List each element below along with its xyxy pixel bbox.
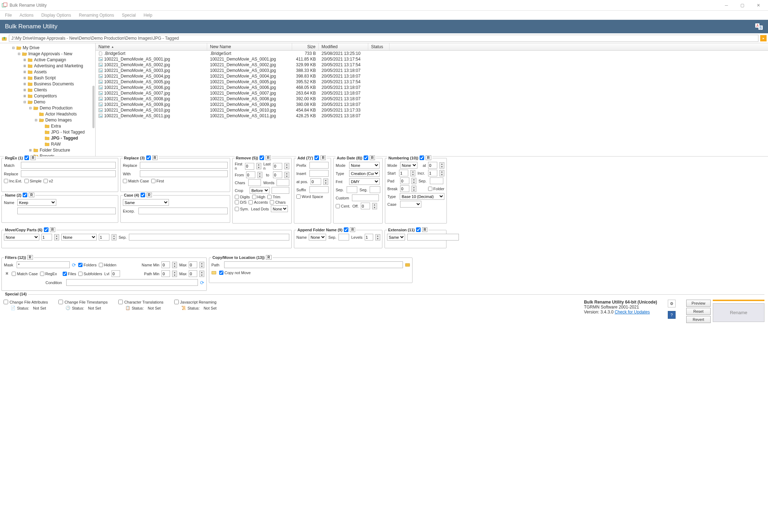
tree-node[interactable]: ⊟Demo Production bbox=[1, 105, 95, 111]
close-button[interactable]: ✕ bbox=[750, 0, 766, 11]
name-select[interactable]: Keep bbox=[17, 199, 56, 206]
tree-expand-icon[interactable]: ⊞ bbox=[28, 148, 33, 152]
numbering-break-input[interactable] bbox=[400, 185, 409, 192]
remove-to-input[interactable] bbox=[273, 171, 282, 178]
autodate-type-select[interactable]: Creation (Curr bbox=[349, 170, 380, 177]
remove-chars2-checkbox[interactable]: Chars bbox=[270, 200, 285, 204]
appendfolder-sep-input[interactable] bbox=[339, 234, 349, 240]
name-enable-checkbox[interactable] bbox=[23, 193, 27, 197]
tree-expand-icon[interactable]: ⊟ bbox=[28, 106, 33, 110]
filters-mask-input[interactable] bbox=[17, 261, 70, 268]
movecopy-num2[interactable] bbox=[99, 234, 109, 240]
folder-tree[interactable]: ⊟My Drive⊟Image Approvals - New⊞Active C… bbox=[0, 43, 96, 156]
file-row[interactable]: .BridgeSort.BridgeSort733 B25/08/2021 13… bbox=[96, 51, 768, 56]
settings-icon-button[interactable]: ⚙ bbox=[668, 300, 676, 307]
autodate-fmt-select[interactable]: DMY bbox=[349, 178, 380, 185]
add-prefix-input[interactable] bbox=[309, 162, 329, 169]
tree-node[interactable]: JPG - Tagged bbox=[1, 135, 95, 141]
case-select[interactable]: Same bbox=[123, 199, 169, 206]
remove-crop-input[interactable] bbox=[272, 187, 289, 194]
tree-expand-icon[interactable]: ⊞ bbox=[23, 88, 27, 92]
tree-expand-icon[interactable]: ⊞ bbox=[23, 58, 27, 62]
regex-v2-checkbox[interactable]: v2 bbox=[44, 179, 53, 183]
remove-leaddots-select[interactable]: None bbox=[271, 205, 288, 212]
add-enable-checkbox[interactable] bbox=[314, 155, 319, 160]
autodate-off-input[interactable] bbox=[361, 203, 370, 209]
case-excep-input[interactable] bbox=[138, 208, 228, 214]
tree-expand-icon[interactable]: ⊞ bbox=[23, 64, 27, 68]
col-newname[interactable]: New Name bbox=[207, 43, 292, 50]
col-status[interactable]: Status bbox=[368, 43, 389, 50]
filters-namemax-input[interactable] bbox=[189, 261, 197, 268]
case-reset-button[interactable]: R bbox=[147, 193, 152, 197]
tree-node[interactable]: ⊟Demo bbox=[1, 99, 95, 105]
tree-node[interactable]: ⊞Assets bbox=[1, 69, 95, 75]
tree-node[interactable]: ⊞Clients bbox=[1, 87, 95, 93]
replace-first-checkbox[interactable]: First bbox=[151, 179, 164, 183]
remove-crop-select[interactable]: Before bbox=[250, 187, 269, 194]
case-enable-checkbox[interactable] bbox=[141, 193, 145, 197]
autodate-seg-input[interactable] bbox=[370, 186, 380, 193]
open-folder-icon[interactable] bbox=[211, 270, 217, 276]
file-row[interactable]: 100221_DemoMovie_AS_0002.jpg100221_DemoM… bbox=[96, 62, 768, 68]
tree-node[interactable]: JPG - Not Tagged bbox=[1, 129, 95, 135]
file-row[interactable]: 100221_DemoMovie_AS_0007.jpg100221_DemoM… bbox=[96, 90, 768, 96]
regex-enable-checkbox[interactable] bbox=[24, 155, 29, 160]
tree-expand-icon[interactable]: ⊞ bbox=[23, 76, 27, 80]
movecopy-select2[interactable]: None bbox=[61, 234, 97, 240]
autodate-reset-button[interactable]: R bbox=[370, 155, 375, 160]
add-insert-input[interactable] bbox=[309, 170, 329, 177]
tree-expand-icon[interactable]: ⊞ bbox=[23, 70, 27, 74]
autodate-sep-input[interactable] bbox=[347, 186, 357, 193]
filters-folders-checkbox[interactable]: Folders bbox=[78, 263, 97, 267]
add-suffix-input[interactable] bbox=[309, 186, 329, 193]
menu-file[interactable]: File bbox=[1, 11, 15, 19]
filters-subfolders-checkbox[interactable]: Subfolders bbox=[78, 272, 102, 276]
menu-special[interactable]: Special bbox=[118, 11, 139, 19]
file-list[interactable]: Name▲ New Name Size Modified Status .Bri… bbox=[96, 43, 768, 156]
appendfolder-levels-input[interactable] bbox=[365, 234, 373, 240]
tree-expand-icon[interactable]: ⊟ bbox=[34, 118, 38, 122]
remove-high-checkbox[interactable]: High bbox=[252, 195, 266, 199]
movecopy-reset-button[interactable]: R bbox=[50, 227, 55, 232]
autodate-mode-select[interactable]: None bbox=[349, 162, 380, 169]
movecopy-enable-checkbox[interactable] bbox=[44, 227, 49, 232]
tree-node[interactable]: ⊞Bash Script bbox=[1, 75, 95, 81]
numbering-type-select[interactable]: Base 10 (Decimal) bbox=[400, 193, 444, 200]
autodate-enable-checkbox[interactable] bbox=[364, 155, 368, 160]
numbering-sep-input[interactable] bbox=[430, 177, 443, 184]
maximize-button[interactable]: ▢ bbox=[734, 0, 750, 11]
autodate-cent-checkbox[interactable]: Cent. bbox=[336, 204, 350, 208]
remove-accents-checkbox[interactable]: Accents bbox=[249, 200, 268, 204]
remove-words-input[interactable] bbox=[277, 179, 289, 186]
appendfolder-name-select[interactable]: None bbox=[309, 234, 326, 240]
add-wordspace-checkbox[interactable]: Word Space bbox=[296, 194, 323, 199]
file-row[interactable]: 100221_DemoMovie_AS_0006.jpg100221_DemoM… bbox=[96, 85, 768, 90]
file-row[interactable]: 100221_DemoMovie_AS_0001.jpg100221_DemoM… bbox=[96, 56, 768, 62]
tree-node[interactable]: ⊟Image Approvals - New bbox=[1, 51, 95, 57]
refresh2-icon[interactable]: ⟳ bbox=[200, 280, 204, 285]
tree-expand-icon[interactable]: ⊟ bbox=[17, 52, 21, 56]
menu-display-options[interactable]: Display Options bbox=[38, 11, 75, 19]
extension-reset-button[interactable]: R bbox=[422, 227, 427, 232]
filters-files-checkbox[interactable]: Files bbox=[63, 272, 76, 276]
filters-regex-checkbox[interactable]: RegEx bbox=[40, 272, 57, 276]
check-updates-link[interactable]: Check for Updates bbox=[615, 310, 650, 315]
replace-with-input[interactable] bbox=[140, 170, 228, 177]
name-input[interactable] bbox=[17, 208, 116, 214]
add-atpos-input[interactable] bbox=[311, 178, 321, 185]
file-list-header[interactable]: Name▲ New Name Size Modified Status bbox=[96, 43, 768, 51]
numbering-incr-input[interactable] bbox=[428, 170, 437, 176]
filters-namemin-input[interactable] bbox=[161, 261, 170, 268]
file-row[interactable]: 100221_DemoMovie_AS_0005.jpg100221_DemoM… bbox=[96, 79, 768, 85]
menu-renaming-options[interactable]: Renaming Options bbox=[75, 11, 118, 19]
tree-node[interactable]: ⊞Business Documents bbox=[1, 81, 95, 87]
file-row[interactable]: 100221_DemoMovie_AS_0003.jpg100221_DemoM… bbox=[96, 68, 768, 73]
preview-button[interactable]: Preview bbox=[686, 300, 711, 307]
tree-node[interactable]: ⊞Folder Structure bbox=[1, 147, 95, 153]
file-row[interactable]: 100221_DemoMovie_AS_0011.jpg100221_DemoM… bbox=[96, 113, 768, 119]
name-reset-button[interactable]: R bbox=[29, 193, 34, 197]
remove-trim-checkbox[interactable]: Trim bbox=[267, 195, 280, 199]
numbering-enable-checkbox[interactable] bbox=[420, 155, 424, 160]
numbering-case-select[interactable] bbox=[400, 201, 421, 208]
